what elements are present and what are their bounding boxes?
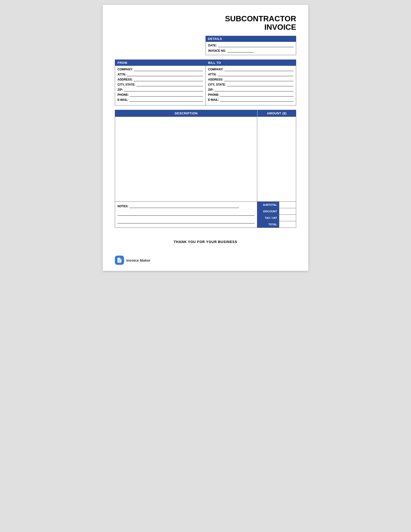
- date-row: DATE:: [208, 44, 293, 47]
- billto-citystate-row: CITY, STATE:: [208, 83, 294, 86]
- from-zip-label: ZIP:: [118, 88, 123, 91]
- billto-address-row: ADDRESS:: [208, 78, 294, 81]
- from-email-label: E-MAIL:: [118, 98, 128, 102]
- totals-area: SUBTOTAL DISCOUNT TAX / VAT TOTAL: [257, 202, 296, 228]
- notes-line-1: [129, 204, 239, 208]
- notes-line-2: [118, 212, 255, 216]
- invoice-no-row: INVOICE NO.: [208, 49, 293, 52]
- subtotal-row: SUBTOTAL: [257, 202, 296, 208]
- tax-label: TAX / VAT: [257, 215, 279, 221]
- tax-value[interactable]: [279, 215, 296, 221]
- title-line2: INVOICE: [264, 23, 296, 31]
- total-value[interactable]: [279, 221, 296, 228]
- billto-address-line: [224, 78, 293, 81]
- from-email-row: E-MAIL:: [118, 98, 203, 102]
- from-body: COMPANY: ATTN: ADDRESS: CITY, STATE: ZIP…: [115, 66, 206, 105]
- invoice-maker-icon: [117, 257, 122, 263]
- billto-header: BILL TO: [206, 60, 296, 66]
- amount-header: AMOUNT ($): [257, 110, 296, 116]
- billto-attn-label: ATTN:: [208, 73, 217, 76]
- notes-area: NOTES:: [115, 202, 257, 228]
- billto-email-line: [220, 98, 293, 102]
- billto-body: COMPANY: ATTN: ADDRESS: CITY, STATE: ZIP…: [206, 66, 296, 105]
- from-company-line: [134, 68, 203, 71]
- from-attn-label: ATTN:: [118, 73, 126, 76]
- billto-email-row: E-MAIL:: [208, 98, 294, 102]
- billto-attn-row: ATTN:: [208, 73, 294, 76]
- amount-cell[interactable]: [257, 117, 296, 201]
- total-row: TOTAL: [257, 221, 296, 228]
- billto-company-line: [224, 68, 293, 71]
- invoice-no-label: INVOICE NO.: [208, 49, 226, 52]
- billto-phone-label: PHONE:: [208, 93, 220, 96]
- details-header: DETAILS: [206, 36, 296, 42]
- billto-zip-label: ZIP:: [208, 88, 214, 91]
- description-cell[interactable]: [115, 117, 257, 201]
- from-phone-row: PHONE:: [118, 93, 203, 96]
- from-attn-line: [127, 73, 203, 76]
- billto-phone-row: PHONE:: [208, 93, 294, 96]
- from-address-row: ADDRESS:: [118, 78, 203, 81]
- notes-line-3: [118, 219, 255, 223]
- from-company-row: COMPANY:: [118, 68, 203, 71]
- date-underline: [218, 44, 293, 47]
- details-section: DETAILS DATE: INVOICE NO.: [115, 36, 296, 55]
- billto-address-label: ADDRESS:: [208, 78, 223, 81]
- billto-company-row: COMPANY:: [208, 68, 294, 71]
- billto-attn-line: [218, 73, 293, 76]
- brand-icon: [115, 256, 124, 265]
- from-citystate-line: [136, 83, 203, 86]
- notes-label: NOTES:: [118, 205, 128, 208]
- from-phone-line: [130, 93, 203, 96]
- table-header-row: DESCRIPTION AMOUNT ($): [115, 110, 296, 116]
- billto-zip-line: [215, 88, 293, 91]
- tax-row: TAX / VAT: [257, 215, 296, 221]
- billto-zip-row: ZIP:: [208, 88, 294, 91]
- from-address-line: [134, 78, 203, 81]
- summary-section: NOTES: SUBTOTAL DISCOUNT TAX / VAT TOTAL: [115, 202, 296, 228]
- discount-label: DISCOUNT: [257, 208, 279, 215]
- discount-value[interactable]: [279, 208, 296, 215]
- from-column: FROM COMPANY: ATTN: ADDRESS: CITY, STATE…: [115, 60, 206, 105]
- discount-row: DISCOUNT: [257, 208, 296, 215]
- invoice-no-underline: [227, 49, 254, 52]
- description-header: DESCRIPTION: [115, 110, 257, 116]
- total-label: TOTAL: [257, 221, 279, 228]
- subtotal-label: SUBTOTAL: [257, 202, 279, 208]
- invoice-page: SUBCONTRACTOR INVOICE DETAILS DATE: INVO…: [103, 5, 308, 271]
- billto-citystate-label: CITY, STATE:: [208, 83, 226, 86]
- from-billto-section: FROM COMPANY: ATTN: ADDRESS: CITY, STATE…: [115, 59, 296, 105]
- title-line1: SUBCONTRACTOR: [225, 14, 296, 23]
- table-body-row: [115, 116, 296, 201]
- invoice-title: SUBCONTRACTOR INVOICE: [115, 15, 296, 31]
- billto-email-label: E-MAIL:: [208, 98, 219, 102]
- from-phone-label: PHONE:: [118, 93, 129, 96]
- from-citystate-row: CITY, STATE:: [118, 83, 203, 86]
- from-zip-line: [124, 88, 203, 91]
- billto-phone-line: [220, 93, 293, 96]
- from-company-label: COMPANY:: [118, 68, 133, 71]
- billto-company-label: COMPANY:: [208, 68, 224, 71]
- from-citystate-label: CITY, STATE:: [118, 83, 135, 86]
- footer-brand: Invoice Maker: [115, 256, 150, 265]
- subtotal-value[interactable]: [279, 202, 296, 208]
- description-table: DESCRIPTION AMOUNT ($): [115, 110, 296, 202]
- thank-you-message: THANK YOU FOR YOUR BUSINESS: [115, 240, 296, 244]
- billto-column: BILL TO COMPANY: ATTN: ADDRESS: CITY, ST…: [206, 60, 296, 105]
- from-attn-row: ATTN:: [118, 73, 203, 76]
- from-zip-row: ZIP:: [118, 88, 203, 91]
- from-address-label: ADDRESS:: [118, 78, 133, 81]
- date-label: DATE:: [208, 44, 217, 47]
- brand-name: Invoice Maker: [126, 258, 150, 262]
- from-email-line: [129, 98, 203, 102]
- from-header: FROM: [115, 60, 206, 66]
- billto-citystate-line: [227, 83, 293, 86]
